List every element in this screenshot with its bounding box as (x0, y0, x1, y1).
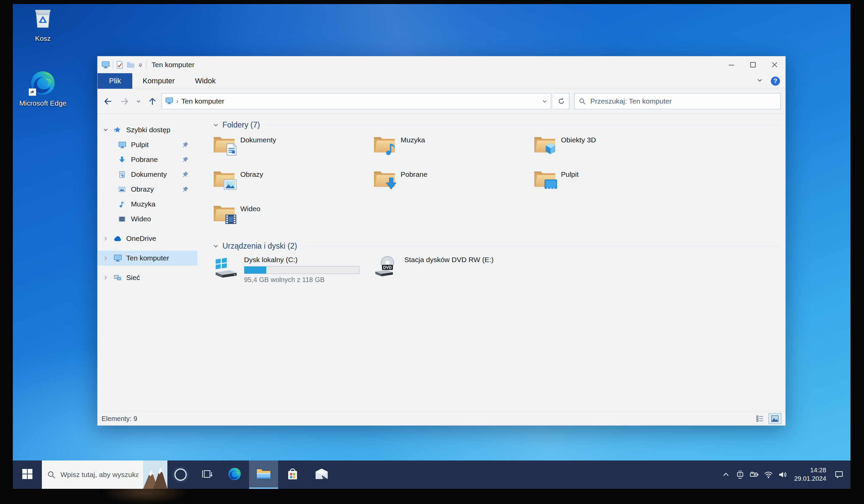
system-tray: 14:28 29.01.2024 (720, 460, 851, 489)
desktop-icon-recycle-bin[interactable]: Kosz (17, 7, 68, 42)
task-view-icon (201, 468, 213, 481)
tab-widok[interactable]: Widok (185, 73, 226, 89)
sidebar-item-pobrane[interactable]: Pobrane (97, 152, 197, 167)
tray-expand-chevron-icon[interactable] (720, 467, 732, 482)
large-icons-view-icon[interactable] (768, 413, 781, 424)
taskbar-edge-button[interactable] (220, 460, 249, 489)
minimize-button[interactable] (721, 56, 742, 73)
sidebar-item-dokumenty[interactable]: Dokumenty (97, 167, 197, 182)
tile-dokumenty[interactable]: Dokumenty (213, 135, 373, 169)
tile-muzyka[interactable]: Muzyka (373, 135, 533, 169)
sidebar-item-muzyka[interactable]: Muzyka (97, 197, 197, 211)
desktop-icon-microsoft-edge[interactable]: Microsoft Edge (17, 70, 68, 107)
network-icon (114, 274, 122, 281)
title-bar: Ten komputer (97, 56, 785, 73)
new-folder-icon[interactable] (127, 61, 135, 69)
back-button[interactable] (100, 94, 115, 109)
tile-dvd-drive-e[interactable]: DVD Stacja dysków DVD RW (E:) (373, 255, 533, 297)
search-highlight-image[interactable] (143, 460, 167, 489)
hard-drive-icon (213, 255, 239, 280)
address-dropdown-chevron-icon[interactable] (538, 99, 551, 104)
maximize-button[interactable] (742, 56, 764, 73)
sidebar-item-pulpit[interactable]: Pulpit (97, 137, 197, 152)
recent-locations-chevron-icon[interactable] (134, 94, 143, 109)
address-bar[interactable]: › Ten komputer (162, 93, 551, 109)
taskbar-search-box[interactable] (42, 460, 167, 489)
tile-pobrane[interactable]: Pobrane (373, 169, 533, 204)
sidebar-item-quick-access[interactable]: Szybki dostęp (97, 122, 197, 137)
taskbar-search-input[interactable] (60, 470, 139, 479)
folder-3d-objects-icon (533, 136, 556, 154)
refresh-button[interactable] (553, 93, 569, 109)
status-bar: Elementy: 9 (97, 411, 785, 426)
breadcrumb-location[interactable]: Ten komputer (181, 97, 224, 105)
battery-icon[interactable] (748, 467, 760, 482)
group-rule (268, 125, 779, 125)
group-header-devices[interactable]: Urządzenia i dyski (2) (213, 242, 779, 251)
explorer-search-input[interactable] (590, 97, 776, 106)
sidebar-item-siec[interactable]: Sieć (97, 270, 197, 285)
close-button[interactable] (764, 56, 785, 73)
file-explorer-icon (256, 468, 271, 481)
folder-desktop-icon (533, 170, 556, 188)
computer-icon (101, 61, 110, 69)
details-view-icon[interactable] (754, 413, 767, 424)
monitor-screen: Kosz Microsoft Edge (13, 4, 851, 489)
sidebar-item-onedrive[interactable]: OneDrive (97, 231, 197, 246)
item-count: Elementy: 9 (101, 415, 137, 423)
pin-icon (182, 142, 189, 148)
pin-icon (182, 171, 189, 178)
volume-icon[interactable] (777, 467, 789, 482)
desktop-icon (119, 142, 127, 148)
tab-plik[interactable]: Plik (97, 73, 132, 89)
chevron-down-icon[interactable] (103, 127, 110, 133)
folder-videos-icon (213, 205, 235, 223)
navigation-pane: Szybki dostęp Pulpit Pobrane Dokumenty (97, 114, 197, 411)
taskbar-mail-button[interactable] (307, 460, 336, 489)
chevron-right-icon[interactable] (103, 236, 110, 241)
tile-obiekty-3d[interactable]: Obiekty 3D (533, 135, 694, 169)
tile-dysk-lokalny-c[interactable]: Dysk lokalny (C:) 95,4 GB wolnych z 118 … (213, 255, 373, 297)
chevron-right-icon[interactable] (103, 255, 110, 261)
drives-grid: Dysk lokalny (C:) 95,4 GB wolnych z 118 … (213, 255, 779, 297)
up-button[interactable] (145, 94, 160, 109)
pictures-icon (119, 186, 127, 193)
customize-chevron-icon[interactable] (138, 62, 143, 67)
pin-icon (182, 186, 189, 193)
taskbar-clock[interactable]: 14:28 29.01.2024 (791, 466, 830, 483)
sidebar-item-wideo[interactable]: Wideo (97, 211, 197, 226)
explorer-search-box[interactable] (574, 93, 781, 109)
taskbar-file-explorer-button[interactable] (249, 460, 278, 489)
properties-check-icon[interactable] (116, 61, 123, 69)
tab-komputer[interactable]: Komputer (132, 73, 184, 89)
edge-icon (228, 467, 241, 482)
quick-access-star-icon (114, 126, 122, 134)
start-button[interactable] (13, 460, 42, 489)
mail-icon (315, 468, 328, 481)
tile-wideo[interactable]: Wideo (213, 204, 373, 238)
wifi-icon[interactable] (763, 467, 775, 482)
tile-obrazy[interactable]: Obrazy (213, 169, 373, 204)
forward-button[interactable] (117, 94, 132, 109)
cortana-button[interactable] (167, 460, 194, 489)
group-header-folders[interactable]: Foldery (7) (213, 121, 779, 130)
videos-icon (119, 216, 127, 223)
window-controls (721, 56, 785, 73)
window-title: Ten komputer (152, 61, 194, 69)
help-icon[interactable]: ? (771, 77, 780, 86)
tile-pulpit[interactable]: Pulpit (533, 169, 694, 204)
sidebar-item-ten-komputer[interactable]: Ten komputer (97, 251, 197, 266)
taskbar-store-button[interactable] (278, 460, 307, 489)
sidebar-item-obrazy[interactable]: Obrazy (97, 182, 197, 197)
folders-grid: Dokumenty Muzyka (213, 135, 779, 238)
collapse-ribbon-chevron-icon[interactable] (757, 77, 763, 85)
pin-icon (182, 157, 189, 163)
action-center-icon[interactable] (832, 467, 847, 482)
task-view-button[interactable] (194, 460, 220, 489)
recycle-bin-icon (32, 7, 54, 33)
breadcrumb-chevron-icon: › (176, 98, 178, 105)
chevron-right-icon[interactable] (103, 275, 110, 280)
connect-display-icon[interactable] (734, 467, 746, 482)
clock-time: 14:28 (794, 466, 826, 475)
disk-free-space: 95,4 GB wolnych z 118 GB (244, 276, 359, 284)
